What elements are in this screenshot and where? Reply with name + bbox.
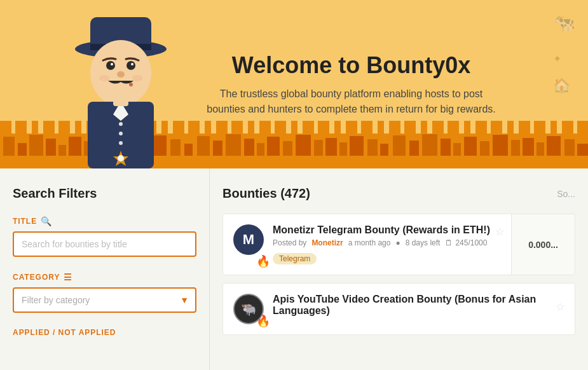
submissions: 🗒 245/1000 (445, 238, 487, 247)
svg-point-8 (117, 71, 125, 78)
svg-point-11 (129, 83, 133, 86)
hero-content: Welcome to Bounty0x The trustless global… (205, 52, 498, 117)
svg-rect-24 (46, 139, 56, 156)
bounty-name: Apis YouTube Video Creation Bounty (Bonu… (273, 294, 550, 317)
svg-rect-37 (226, 134, 241, 156)
svg-point-10 (132, 75, 142, 81)
bounty-card: M Monetizr Telegram Bounty (Rewards in E… (222, 214, 575, 275)
svg-rect-34 (184, 144, 193, 156)
svg-rect-54 (464, 137, 477, 156)
hero-subtitle: The trustless global bounty platform ena… (205, 86, 498, 117)
bounty-card: 🐃 Apis YouTube Video Creation Bounty (Bo… (222, 283, 575, 335)
hero-title: Welcome to Bounty0x (205, 52, 498, 79)
svg-rect-52 (441, 139, 451, 156)
category-select[interactable]: Filter by category Development Marketing… (13, 287, 196, 313)
svg-point-18 (118, 155, 124, 161)
svg-rect-59 (537, 142, 544, 156)
main-content: Search Filters TITLE 🔍 CATEGORY ☰ Filter… (0, 168, 588, 370)
svg-rect-57 (511, 140, 520, 156)
svg-rect-41 (283, 141, 292, 156)
svg-point-16 (119, 141, 123, 145)
svg-rect-23 (29, 135, 43, 156)
svg-rect-39 (257, 143, 264, 156)
svg-rect-22 (18, 143, 27, 156)
star-icon[interactable]: ☆ (556, 301, 564, 313)
bounty-info: Apis YouTube Video Creation Bounty (Bonu… (273, 294, 564, 319)
svg-rect-47 (367, 139, 378, 156)
svg-rect-21 (3, 137, 15, 156)
svg-rect-62 (577, 144, 588, 156)
bounty-info: Monetizr Telegram Bounty (Rewards in ETH… (273, 224, 505, 264)
svg-rect-40 (267, 137, 280, 156)
sort-label: So... (557, 189, 575, 199)
category-filter-wrap: Filter by category Development Marketing… (13, 287, 196, 313)
bounty-tag: Telegram (273, 253, 317, 264)
decorative-icons: 🐄 ✦ 🏠 (553, 13, 575, 94)
svg-rect-19 (113, 97, 128, 106)
title-filter-label: TITLE 🔍 (13, 216, 196, 226)
svg-rect-61 (564, 139, 575, 156)
bounties-title: Bounties (472) (222, 186, 310, 201)
star-icon[interactable]: ☆ (495, 226, 504, 238)
applied-filter-label: APPLIED / NOT APPLIED (13, 328, 196, 337)
svg-rect-38 (244, 139, 254, 156)
fire-icon: 🔥 (256, 254, 270, 268)
title-search-input[interactable] (13, 231, 196, 257)
svg-point-9 (99, 75, 109, 81)
hero-section: Welcome to Bounty0x The trustless global… (0, 0, 588, 168)
days-left: 8 days left (406, 238, 441, 247)
sidebar-title: Search Filters (13, 186, 196, 201)
sheriff-mascot (57, 3, 184, 168)
category-select-container: Filter by category Development Marketing… (13, 287, 196, 313)
svg-point-14 (119, 122, 123, 126)
svg-rect-35 (197, 136, 210, 156)
svg-rect-43 (314, 140, 323, 156)
bounties-header: Bounties (472) So... (222, 186, 575, 201)
svg-rect-51 (422, 134, 437, 156)
svg-rect-49 (393, 135, 406, 156)
svg-point-6 (111, 63, 113, 65)
svg-point-15 (119, 132, 123, 135)
bounty-meta: Posted by Monetizr a month ago ● 8 days … (273, 238, 505, 247)
svg-rect-55 (480, 141, 489, 156)
svg-point-4 (106, 61, 115, 70)
bounty-poster: Monetizr (311, 238, 343, 247)
svg-rect-58 (523, 138, 534, 156)
title-search-wrap (13, 231, 196, 257)
list-icon: ☰ (64, 272, 72, 282)
avatar: M (233, 224, 264, 255)
svg-point-5 (126, 61, 135, 70)
svg-rect-56 (493, 135, 508, 156)
svg-rect-60 (547, 136, 561, 156)
svg-rect-42 (296, 135, 311, 156)
bounty-reward: 0.000... (511, 214, 575, 275)
sidebar: Search Filters TITLE 🔍 CATEGORY ☰ Filter… (0, 168, 210, 370)
svg-rect-46 (350, 136, 364, 156)
search-icon: 🔍 (41, 216, 52, 226)
svg-rect-48 (380, 144, 388, 156)
svg-rect-53 (453, 143, 461, 156)
fire-icon: 🔥 (256, 314, 270, 328)
svg-point-7 (131, 63, 133, 65)
bounties-section: Bounties (472) So... M Monetizr Telegram… (210, 168, 588, 370)
svg-rect-44 (325, 138, 337, 156)
svg-rect-50 (409, 140, 419, 156)
bounty-name: Monetizr Telegram Bounty (Rewards in ETH… (273, 224, 490, 236)
category-filter-label: CATEGORY ☰ (13, 272, 196, 282)
svg-rect-36 (213, 140, 222, 156)
svg-rect-45 (339, 142, 347, 156)
